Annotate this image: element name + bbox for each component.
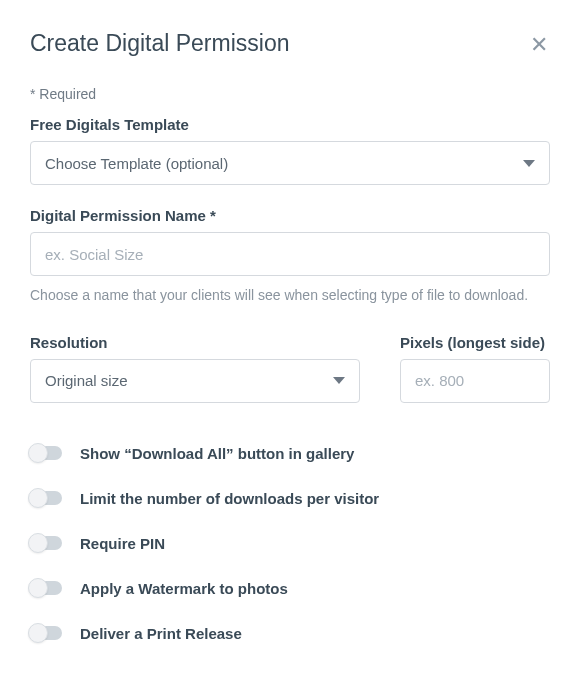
toggle-deliver-print-release[interactable] (30, 626, 62, 640)
resolution-select-value: Original size (45, 372, 128, 389)
close-icon[interactable]: ✕ (528, 32, 550, 58)
name-label: Digital Permission Name * (30, 207, 550, 224)
toggles-section: Show “Download All” button in gallery Li… (30, 431, 550, 656)
field-digital-permission-name: Digital Permission Name * Choose a name … (30, 207, 550, 306)
chevron-down-icon (523, 160, 535, 167)
template-label: Free Digitals Template (30, 116, 550, 133)
toggle-label: Deliver a Print Release (80, 625, 242, 642)
field-free-digitals-template: Free Digitals Template Choose Template (… (30, 116, 550, 185)
pixels-label: Pixels (longest side) (400, 334, 550, 351)
toggle-label: Limit the number of downloads per visito… (80, 490, 379, 507)
dialog-title: Create Digital Permission (30, 30, 289, 57)
row-resolution-pixels: Resolution Original size Pixels (longest… (30, 334, 550, 403)
name-input[interactable] (30, 232, 550, 276)
template-select[interactable]: Choose Template (optional) (30, 141, 550, 185)
toggle-row-limit-downloads: Limit the number of downloads per visito… (30, 476, 550, 521)
toggle-require-pin[interactable] (30, 536, 62, 550)
toggle-row-require-pin: Require PIN (30, 521, 550, 566)
field-resolution: Resolution Original size (30, 334, 360, 403)
chevron-down-icon (333, 377, 345, 384)
dialog-header: Create Digital Permission ✕ (30, 30, 550, 58)
required-note: * Required (30, 86, 550, 102)
resolution-select[interactable]: Original size (30, 359, 360, 403)
resolution-label: Resolution (30, 334, 360, 351)
field-pixels-longest-side: Pixels (longest side) (400, 334, 550, 403)
dialog-create-digital-permission: Create Digital Permission ✕ * Required F… (0, 0, 580, 677)
pixels-input[interactable] (400, 359, 550, 403)
toggle-limit-downloads[interactable] (30, 491, 62, 505)
toggle-label: Show “Download All” button in gallery (80, 445, 354, 462)
toggle-label: Require PIN (80, 535, 165, 552)
template-select-value: Choose Template (optional) (45, 155, 228, 172)
toggle-row-print-release: Deliver a Print Release (30, 611, 550, 656)
toggle-label: Apply a Watermark to photos (80, 580, 288, 597)
toggle-row-download-all: Show “Download All” button in gallery (30, 431, 550, 476)
toggle-apply-watermark[interactable] (30, 581, 62, 595)
name-help-text: Choose a name that your clients will see… (30, 286, 550, 306)
toggle-row-watermark: Apply a Watermark to photos (30, 566, 550, 611)
toggle-show-download-all[interactable] (30, 446, 62, 460)
